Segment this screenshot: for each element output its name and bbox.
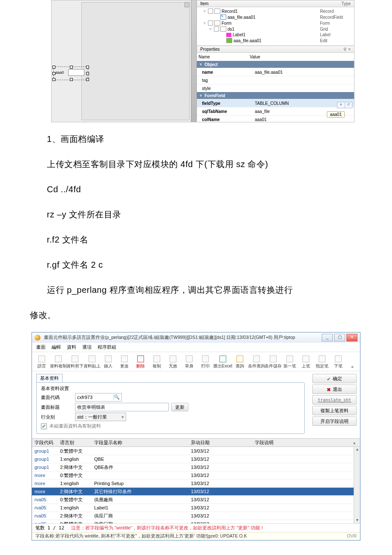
selected-element: aaa0 [53,66,88,80]
toolbar-button[interactable]: 下笔 [332,356,345,369]
toolbar-button[interactable]: 刪除 [134,356,147,369]
toolbar-button[interactable]: 上笔 [300,356,312,369]
tree-header: Item Type [197,0,354,7]
tree-row[interactable]: Label1Label [199,32,354,38]
doc-line: r.gf 文件名 2 c [30,257,362,273]
toolbar-button[interactable]: 更改 [118,356,131,369]
doc-line: 修改。 [30,307,362,324]
doc-line: rz –y 文件所在目录 [30,206,362,223]
table-row[interactable]: group12:簡体中文QBE条件13/03/12 [32,463,360,471]
toolbar-overflow[interactable]: » [348,364,357,369]
table-row[interactable]: more2:簡体中文其它特殊打印条件13/03/12 [32,487,360,495]
menu-bar[interactable]: 畫面編輯資料選項程序群組 [32,343,360,352]
pager-bar: 笔数 1 / 12 注意：若字段编号为 "wintitle"，则该行字段名称不可… [32,523,360,532]
select-industry[interactable]: std：一般行業▾ [75,413,126,421]
window-title: 畫面元件顯示多語言設置作业(p_perlang)[22正式區域-l組裝廠(TW9… [44,335,318,341]
update-button[interactable]: 更新 [171,403,188,411]
menu-item[interactable]: 畫面 [36,344,46,350]
designer-screenshot: aaa0 Item Type ▿Record1Record aaa_file.a… [51,0,355,122]
menu-item[interactable]: 程序群組 [98,344,116,350]
tree-row[interactable]: ▿FormForm [199,20,354,26]
designer-canvas: aaa0 [52,0,196,122]
properties-header: Properties ⚲× [197,46,354,53]
field-help-button[interactable]: 开启字段说明 [312,416,357,426]
property-row[interactable]: tag [197,76,354,84]
form-legend: 基本资料设置 [41,385,300,392]
copy-prev-button[interactable]: 複製上笔资料 [312,406,357,415]
menu-item[interactable]: 資料 [67,344,76,350]
toolbar-button[interactable]: 資料貼上 [85,356,98,369]
canvas-label: aaa0 [55,70,64,75]
checkbox-custom[interactable]: ✔ [41,423,47,429]
data-table[interactable]: group10:繁體中文13/03/12group11:englishQBE13… [32,447,360,523]
pin-icon[interactable]: ⚲ [343,47,346,52]
table-row[interactable]: group11:englishQBE13/03/12 [32,455,360,463]
property-row[interactable]: fieldTypeTABLE_COLUMN▾↺ [197,99,354,107]
table-row[interactable]: more1:englishPrinting Setup13/03/12 [32,479,360,487]
label-industry: 行业别 [41,414,72,420]
doc-line: Cd ../4fd [30,181,362,198]
toolbar-button[interactable]: 單身 [183,356,196,369]
toolbar-button[interactable]: 錄入 [102,356,115,369]
table-row[interactable]: group10:繁體中文13/03/12 [32,447,360,455]
close-icon[interactable]: × [348,47,351,52]
translate-sht-button[interactable]: translate_sht [312,395,357,405]
table-header: 字段代码 语言别 字段显示名称 异动日期 字段说明 ▴ [32,438,360,447]
properties-panel[interactable]: ▿Objectnameaaa_file.aaa01tagstyle▿FormFi… [197,61,354,122]
toolbar-button[interactable]: 匯出Excel [215,356,230,369]
input-title[interactable]: 收货单明细表 [75,403,169,411]
toolbar-button[interactable]: 查詢 [233,356,246,369]
toolbar-button[interactable]: 条件查詢 [250,356,263,369]
exit-button[interactable]: ✖退出 [312,384,357,394]
tree-row[interactable]: ▿Record1Record [199,8,354,14]
lookup-icon[interactable]: 🔍 [113,394,120,400]
table-row[interactable]: rva051:englishLabel113/03/12 [32,503,360,512]
menu-item[interactable]: 選項 [82,344,92,350]
structure-tree[interactable]: ▿Record1Record aaa_file.aaa01RecordField… [197,7,354,46]
form-basic: 基本资料设置 畫面代碼 cxfr973🔍 畫面标题 收货单明细表 更新 行业别 … [36,382,305,434]
scrollbar[interactable]: ▴▾ [354,447,360,523]
toolbar-button[interactable]: 複制 [150,356,163,369]
close-button[interactable]: ✕ [346,334,357,341]
property-row[interactable]: nameaaa_file.aaa01 [197,68,354,76]
maximize-button[interactable]: ▢ [334,334,345,341]
checkbox-label: 本組畫面資料為客制資料 [49,423,101,429]
doc-line: r.f2 文件名 [30,231,362,248]
label-title: 畫面标题 [41,404,72,410]
toolbar[interactable]: 語言資料複制資料剪下資料貼上錄入更改刪除複制无效單身打印匯出Excel查詢条件查… [32,352,360,371]
toolbar-button[interactable]: 第一笔 [283,356,296,369]
doc-line: 上传文档至客制目录下对应模块的 4fd 下(下载用 sz 命令) [30,156,362,173]
toolbar-button[interactable]: 打印 [199,356,212,369]
table-row[interactable]: rva060:繁體中文收货日期13/03/12 [32,520,360,523]
menu-item[interactable]: 編輯 [52,344,61,350]
table-row[interactable]: more0:繁體中文13/03/12 [32,471,360,479]
label-code: 畫面代碼 [41,394,72,401]
tab-basic[interactable]: 基本资料 [36,374,63,382]
minimize-button[interactable]: ⎯ [322,334,333,341]
status-bar: 字段名称:若字段代码为 wintitle, 则本栏"不可更改"，如欲更改請利用上… [32,532,360,540]
chevron-down-icon: ▾ [121,414,124,420]
toolbar-button[interactable]: 語言 [35,356,48,369]
toolbar-button[interactable]: 資料複制 [52,356,65,369]
titlebar: 畫面元件顯示多語言設置作业(p_perlang)[22正式區域-l組裝廠(TW9… [32,332,360,343]
toolbar-button[interactable]: 資料剪下 [68,356,81,369]
toolbar-button[interactable]: 条件儲存 [267,356,280,369]
doc-line: 运行 p_perlang 程序查询相应程序，调出其它界面语言转换进行 [30,282,362,298]
perlang-window: 畫面元件顯示多語言設置作业(p_perlang)[22正式區域-l組裝廠(TW9… [32,332,360,541]
input-code[interactable]: cxfr973🔍 [75,393,122,402]
side-panel: ✔确定 ✖退出 translate_sht 複製上笔资料 开启字段说明 [309,371,360,438]
tree-row[interactable]: aaa_file.aaa01RecordField [199,14,354,20]
toolbar-button[interactable]: 指定笔 [316,356,329,369]
app-icon [35,335,40,341]
ok-button[interactable]: ✔确定 [312,374,357,383]
table-row[interactable]: rva052:簡体中文供应厂商13/03/12 [32,512,360,520]
tree-row[interactable]: aaa_file.aaa01Edit [199,38,354,43]
tooltip: aaa01 [327,111,345,118]
property-row[interactable]: style [197,84,354,92]
toolbar-button[interactable]: 无效 [167,356,179,369]
table-row[interactable]: rva050:繁體中文供應廠商13/03/12 [32,495,360,503]
tree-row[interactable]: ▿ds1Grid [199,26,354,32]
doc-line: 1、画面档编译 [30,131,362,147]
